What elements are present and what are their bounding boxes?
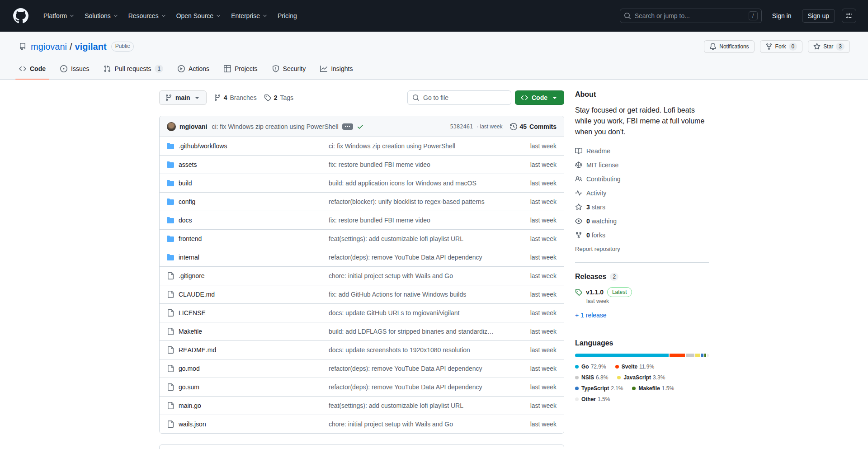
file-commit-message-link[interactable]: docs: update screenshots to 1920x1080 re… <box>329 346 507 354</box>
language-legend-item[interactable]: NSIS 6.8% <box>575 374 608 381</box>
file-name-link[interactable]: main.go <box>167 402 329 409</box>
stars-link[interactable]: 3 stars <box>575 200 709 214</box>
file-icon <box>167 328 174 335</box>
forks-link[interactable]: 0 forks <box>575 228 709 242</box>
file-name-link[interactable]: CLAUDE.md <box>167 291 329 298</box>
file-commit-message-link[interactable]: feat(settings): add customizable lofi pl… <box>329 235 507 242</box>
tag-icon <box>264 94 271 101</box>
commit-author-avatar[interactable] <box>167 122 176 131</box>
language-legend-item[interactable]: Go 72.9% <box>575 364 606 370</box>
tab-actions[interactable]: Actions <box>170 58 217 79</box>
sign-up-button[interactable]: Sign up <box>802 9 835 23</box>
tab-issues[interactable]: Issues <box>53 58 96 79</box>
commit-ellipsis-button[interactable] <box>342 123 353 130</box>
commit-history-link[interactable]: 45Commits <box>510 123 557 130</box>
commit-status-check-icon[interactable] <box>357 123 364 130</box>
file-commit-message-link[interactable]: build: add application icons for Windows… <box>329 180 507 187</box>
tab-pull-requests[interactable]: Pull requests1 <box>96 58 170 79</box>
file-name-link[interactable]: config <box>167 198 329 205</box>
file-name-link[interactable]: docs <box>167 217 329 224</box>
readme-link[interactable]: Readme <box>575 144 709 158</box>
latest-release[interactable]: v1.1.0 Latest <box>575 287 709 297</box>
nav-item-platform[interactable]: Platform <box>38 9 80 23</box>
file-commit-age: last week <box>507 309 557 317</box>
file-commit-message-link[interactable]: ci: fix Windows zip creation using Power… <box>329 142 507 150</box>
tab-insights[interactable]: Insights <box>313 58 360 79</box>
nav-item-enterprise[interactable]: Enterprise <box>226 9 273 23</box>
commit-sha-link[interactable]: 5382461 <box>450 123 473 130</box>
github-logo-icon[interactable] <box>13 8 28 24</box>
file-commit-message-link[interactable]: feat(settings): add customizable lofi pl… <box>329 402 507 409</box>
file-name-link[interactable]: .gitignore <box>167 272 329 279</box>
watching-link[interactable]: 0 watching <box>575 214 709 228</box>
fork-button[interactable]: Fork 0 <box>760 40 803 53</box>
file-commit-message-link[interactable]: chore: initial project setup with Wails … <box>329 272 507 279</box>
file-name-link[interactable]: go.sum <box>167 383 329 391</box>
sign-in-link[interactable]: Sign in <box>769 9 795 22</box>
file-commit-message-link[interactable]: build: add LDFLAGS for stripped binaries… <box>329 328 507 335</box>
languages-bar[interactable] <box>575 354 709 357</box>
file-name-link[interactable]: internal <box>167 254 329 261</box>
appearance-settings-button[interactable] <box>842 9 856 23</box>
nav-item-solutions[interactable]: Solutions <box>80 9 123 23</box>
search-input[interactable]: Search or jump to... / <box>620 9 762 23</box>
license-link[interactable]: MIT license <box>575 158 709 172</box>
report-repository-link[interactable]: Report repository <box>575 246 620 252</box>
contributing-link[interactable]: Contributing <box>575 172 709 186</box>
tab-code[interactable]: Code <box>12 58 53 79</box>
more-releases-link[interactable]: + 1 release <box>575 312 607 319</box>
file-commit-message-link[interactable]: refactor(deps): remove YouTube Data API … <box>329 365 507 372</box>
repo-owner-link[interactable]: mgiovani <box>31 42 67 52</box>
nav-item-pricing[interactable]: Pricing <box>273 9 302 23</box>
release-version-link[interactable]: v1.1.0 <box>586 288 604 296</box>
branches-link[interactable]: 4Branches <box>214 94 257 101</box>
file-commit-message-link[interactable]: fix: restore bundled FBI meme video <box>329 161 507 168</box>
visibility-badge: Public <box>111 42 134 52</box>
file-commit-message-link[interactable]: fix: restore bundled FBI meme video <box>329 217 507 224</box>
file-commit-message-link[interactable]: docs: update GitHub URLs to mgiovani/vig… <box>329 309 507 317</box>
language-legend-item[interactable]: Svelte 11.9% <box>615 364 655 370</box>
file-name-link[interactable]: README.md <box>167 346 329 354</box>
tab-security[interactable]: Security <box>265 58 313 79</box>
commit-message-link[interactable]: ci: fix Windows zip creation using Power… <box>212 123 338 130</box>
file-name-link[interactable]: frontend <box>167 235 329 242</box>
search-icon <box>412 94 420 101</box>
activity-link[interactable]: Activity <box>575 186 709 200</box>
notifications-button[interactable]: Notifications <box>704 40 754 53</box>
language-legend-item[interactable]: JavaScript 3.3% <box>617 374 665 381</box>
file-name-link[interactable]: .github/workflows <box>167 142 329 150</box>
file-name-link[interactable]: Makefile <box>167 328 329 335</box>
file-name-link[interactable]: wails.json <box>167 421 329 428</box>
branch-selector-button[interactable]: main <box>159 90 207 105</box>
folder-icon <box>167 198 174 205</box>
language-dot-icon <box>575 376 579 379</box>
tab-projects[interactable]: Projects <box>217 58 265 79</box>
about-links: Readme MIT license Contributing Activity… <box>575 144 709 242</box>
commit-time: · last week <box>476 123 502 130</box>
nav-item-resources[interactable]: Resources <box>123 9 171 23</box>
file-commit-message-link[interactable]: fix: add GitHub Actions for native Windo… <box>329 291 507 298</box>
commit-author-link[interactable]: mgiovani <box>179 123 207 130</box>
file-name-link[interactable]: LICENSE <box>167 309 329 317</box>
language-legend-item[interactable]: Other 1.5% <box>575 396 610 402</box>
file-commit-message-link[interactable]: refactor(deps): remove YouTube Data API … <box>329 383 507 391</box>
file-name-link[interactable]: build <box>167 180 329 187</box>
go-to-file-input[interactable]: Go to file <box>407 90 511 105</box>
star-button[interactable]: Star 3 <box>808 40 850 53</box>
ref-links: 4Branches 2Tags <box>214 94 293 101</box>
chevron-down-icon <box>69 13 75 19</box>
repo-name-link[interactable]: vigilant <box>75 42 107 52</box>
file-commit-message-link[interactable]: chore: initial project setup with Wails … <box>329 421 507 428</box>
file-commit-message-link[interactable]: refactor(blocker): unify blocklist to re… <box>329 198 507 205</box>
language-legend-item[interactable]: TypeScript 2.1% <box>575 385 623 392</box>
language-bar-segment <box>707 354 709 357</box>
file-commit-age: last week <box>507 291 557 298</box>
page-content: main 4Branches 2Tags Go to file <box>159 80 709 449</box>
tags-link[interactable]: 2Tags <box>264 94 293 101</box>
file-name-link[interactable]: go.mod <box>167 365 329 372</box>
language-legend-item[interactable]: Makefile 1.5% <box>632 385 674 392</box>
file-name-link[interactable]: assets <box>167 161 329 168</box>
code-dropdown-button[interactable]: Code <box>515 90 564 105</box>
nav-item-open-source[interactable]: Open Source <box>171 9 226 23</box>
file-commit-message-link[interactable]: refactor(deps): remove YouTube Data API … <box>329 254 507 261</box>
